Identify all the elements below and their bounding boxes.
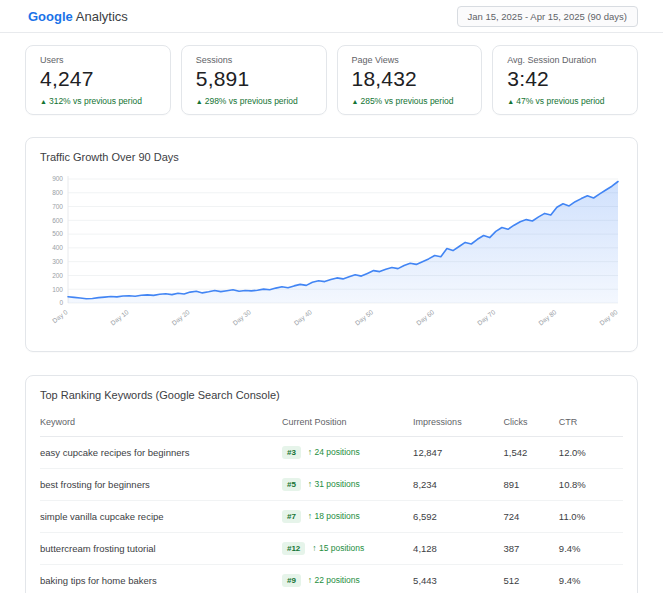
- svg-text:Day 80: Day 80: [537, 308, 558, 327]
- stat-card-users: Users 4,247 ▲312% vs previous period: [25, 45, 171, 115]
- stat-label: Users: [40, 55, 156, 65]
- stat-change-text: 298% vs previous period: [205, 96, 298, 106]
- keyword-cell: buttercream frosting tutorial: [40, 533, 282, 565]
- svg-text:900: 900: [52, 175, 63, 182]
- svg-text:400: 400: [52, 244, 63, 251]
- brand-analytics: Analytics: [76, 9, 128, 24]
- traffic-growth-chart: 0100200300400500600700800900Day 0Day 10D…: [40, 171, 625, 339]
- ctr-cell: 12.0%: [559, 437, 623, 469]
- analytics-dashboard: GoogleAnalytics Jan 15, 2025 - Apr 15, 2…: [0, 0, 663, 593]
- col-header-impressions: Impressions: [413, 409, 503, 437]
- clicks-cell: 512: [503, 565, 558, 593]
- svg-text:Day 30: Day 30: [231, 308, 252, 327]
- table-row: buttercream frosting tutorial #12↑ 15 po…: [40, 533, 623, 565]
- stat-change: ▲47% vs previous period: [507, 96, 623, 106]
- stat-change-text: 285% vs previous period: [360, 96, 453, 106]
- keywords-panel: Top Ranking Keywords (Google Search Cons…: [25, 375, 638, 593]
- header: GoogleAnalytics Jan 15, 2025 - Apr 15, 2…: [0, 0, 663, 33]
- svg-text:300: 300: [52, 258, 63, 265]
- table-header-row: Keyword Current Position Impressions Cli…: [40, 409, 623, 437]
- stat-value: 5,891: [196, 67, 312, 91]
- stat-change-text: 312% vs previous period: [49, 96, 142, 106]
- position-cell: #3↑ 24 positions: [282, 437, 413, 469]
- stat-card-page-views: Page Views 18,432 ▲285% vs previous peri…: [337, 45, 483, 115]
- stat-card-session-duration: Avg. Session Duration 3:42 ▲47% vs previ…: [492, 45, 638, 115]
- impressions-cell: 8,234: [413, 469, 503, 501]
- stat-label: Avg. Session Duration: [507, 55, 623, 65]
- svg-text:Day 50: Day 50: [354, 308, 375, 327]
- stat-value: 18,432: [352, 67, 468, 91]
- brand-logo: GoogleAnalytics: [28, 9, 128, 24]
- stat-change: ▲298% vs previous period: [196, 96, 312, 106]
- traffic-chart-panel: Traffic Growth Over 90 Days 010020030040…: [25, 137, 638, 352]
- table-row: baking tips for home bakers #9↑ 22 posit…: [40, 565, 623, 593]
- svg-text:700: 700: [52, 203, 63, 210]
- svg-text:Day 90: Day 90: [598, 308, 619, 327]
- ctr-cell: 10.8%: [559, 469, 623, 501]
- keywords-table-title: Top Ranking Keywords (Google Search Cons…: [40, 389, 623, 401]
- up-triangle-icon: ▲: [196, 98, 203, 105]
- impressions-cell: 5,443: [413, 565, 503, 593]
- stat-change: ▲285% vs previous period: [352, 96, 468, 106]
- position-cell: #5↑ 31 positions: [282, 469, 413, 501]
- svg-text:Day 70: Day 70: [476, 308, 497, 327]
- svg-text:Day 60: Day 60: [415, 308, 436, 327]
- keywords-table: Keyword Current Position Impressions Cli…: [40, 409, 623, 593]
- clicks-cell: 891: [503, 469, 558, 501]
- ctr-cell: 11.0%: [559, 501, 623, 533]
- stat-card-sessions: Sessions 5,891 ▲298% vs previous period: [181, 45, 327, 115]
- position-badge: #7: [282, 510, 301, 523]
- svg-text:Day 0: Day 0: [51, 308, 70, 325]
- table-row: simple vanilla cupcake recipe #7↑ 18 pos…: [40, 501, 623, 533]
- impressions-cell: 6,592: [413, 501, 503, 533]
- position-cell: #7↑ 18 positions: [282, 501, 413, 533]
- svg-text:600: 600: [52, 217, 63, 224]
- position-badge: #3: [282, 446, 301, 459]
- position-badge: #5: [282, 478, 301, 491]
- svg-text:0: 0: [59, 299, 63, 306]
- ctr-cell: 9.4%: [559, 565, 623, 593]
- keyword-cell: simple vanilla cupcake recipe: [40, 501, 282, 533]
- position-cell: #12↑ 15 positions: [282, 533, 413, 565]
- table-row: easy cupcake recipes for beginners #3↑ 2…: [40, 437, 623, 469]
- position-change: ↑ 18 positions: [308, 511, 360, 521]
- svg-text:800: 800: [52, 189, 63, 196]
- position-change: ↑ 22 positions: [308, 575, 360, 585]
- stat-value: 3:42: [507, 67, 623, 91]
- svg-text:Day 20: Day 20: [170, 308, 191, 327]
- keyword-cell: best frosting for beginners: [40, 469, 282, 501]
- stat-label: Page Views: [352, 55, 468, 65]
- svg-text:500: 500: [52, 230, 63, 237]
- up-triangle-icon: ▲: [352, 98, 359, 105]
- stat-label: Sessions: [196, 55, 312, 65]
- position-change: ↑ 31 positions: [308, 479, 360, 489]
- svg-text:200: 200: [52, 272, 63, 279]
- keyword-cell: baking tips for home bakers: [40, 565, 282, 593]
- impressions-cell: 4,128: [413, 533, 503, 565]
- clicks-cell: 724: [503, 501, 558, 533]
- col-header-keyword: Keyword: [40, 409, 282, 437]
- svg-text:100: 100: [52, 286, 63, 293]
- col-header-clicks: Clicks: [503, 409, 558, 437]
- position-change: ↑ 15 positions: [312, 543, 364, 553]
- stat-cards-row: Users 4,247 ▲312% vs previous period Ses…: [25, 45, 638, 115]
- ctr-cell: 9.4%: [559, 533, 623, 565]
- col-header-ctr: CTR: [559, 409, 623, 437]
- stat-value: 4,247: [40, 67, 156, 91]
- position-badge: #12: [282, 542, 305, 555]
- position-badge: #9: [282, 574, 301, 587]
- position-change: ↑ 24 positions: [308, 447, 360, 457]
- table-row: best frosting for beginners #5↑ 31 posit…: [40, 469, 623, 501]
- stat-change-text: 47% vs previous period: [516, 96, 604, 106]
- up-triangle-icon: ▲: [40, 98, 47, 105]
- date-range-button[interactable]: Jan 15, 2025 - Apr 15, 2025 (90 days): [457, 6, 639, 27]
- stat-change: ▲312% vs previous period: [40, 96, 156, 106]
- col-header-position: Current Position: [282, 409, 413, 437]
- brand-google: Google: [28, 9, 73, 24]
- svg-text:Day 40: Day 40: [292, 308, 313, 327]
- impressions-cell: 12,847: [413, 437, 503, 469]
- keyword-cell: easy cupcake recipes for beginners: [40, 437, 282, 469]
- position-cell: #9↑ 22 positions: [282, 565, 413, 593]
- clicks-cell: 1,542: [503, 437, 558, 469]
- svg-text:Day 10: Day 10: [109, 308, 130, 327]
